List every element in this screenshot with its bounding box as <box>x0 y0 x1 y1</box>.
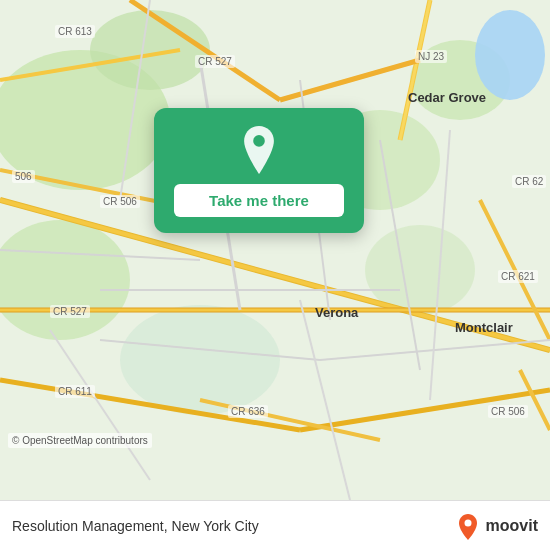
map-label: CR 62 <box>512 175 546 188</box>
svg-point-35 <box>464 519 471 526</box>
location-text: Resolution Management, New York City <box>12 518 259 534</box>
map-label: Montclair <box>455 320 513 335</box>
map-label: CR 636 <box>228 405 268 418</box>
map-label: 506 <box>12 170 35 183</box>
map-label: CR 621 <box>498 270 538 283</box>
moovit-logo: moovit <box>454 512 538 540</box>
map-label: CR 613 <box>55 25 95 38</box>
road-layer <box>0 0 550 500</box>
svg-point-5 <box>90 10 210 90</box>
svg-line-33 <box>300 300 350 500</box>
map-label: CR 506 <box>488 405 528 418</box>
moovit-brand-text: moovit <box>486 517 538 535</box>
map-label: NJ 23 <box>415 50 447 63</box>
take-me-there-button[interactable]: Take me there <box>174 184 344 217</box>
map-label: CR 506 <box>100 195 140 208</box>
svg-point-34 <box>253 135 265 147</box>
svg-line-20 <box>520 370 550 430</box>
openstreetmap-credit: © OpenStreetMap contributors <box>8 433 152 448</box>
map-label: CR 611 <box>55 385 95 398</box>
map-label: CR 527 <box>195 55 235 68</box>
map-pin-icon <box>235 126 283 174</box>
map-container: CR 613CR 527NJ 23Cedar Grove506CR 506CR … <box>0 0 550 500</box>
map-label: Verona <box>315 305 358 320</box>
svg-point-7 <box>475 10 545 100</box>
popup-card: Take me there <box>154 108 364 233</box>
svg-point-2 <box>120 305 280 415</box>
info-bar: Resolution Management, New York City moo… <box>0 500 550 550</box>
map-label: CR 527 <box>50 305 90 318</box>
map-label: Cedar Grove <box>408 90 486 105</box>
svg-point-1 <box>0 220 130 340</box>
moovit-brand-icon <box>454 512 482 540</box>
